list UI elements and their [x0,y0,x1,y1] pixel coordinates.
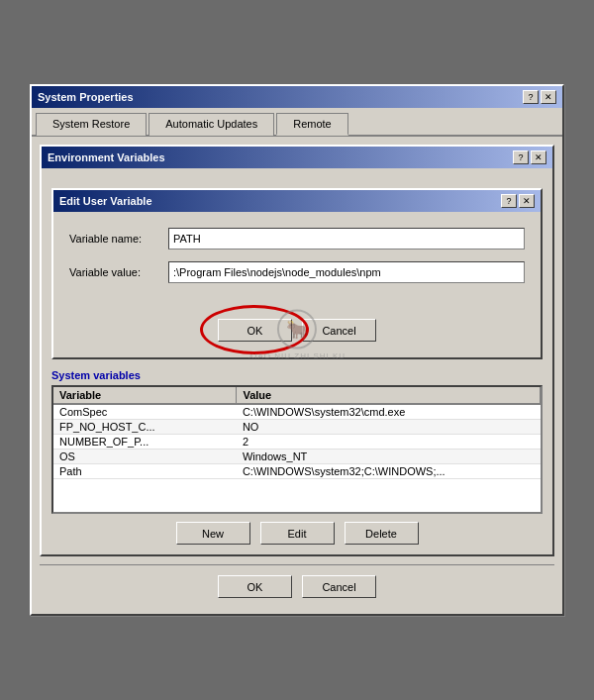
table-header-row: Variable Value [53,387,541,404]
var-name-cell: ComSpec [53,404,237,420]
env-close-button[interactable]: ✕ [531,150,546,164]
var-name-cell: NUMBER_OF_P... [53,435,237,450]
bottom-cancel-button[interactable]: Cancel [302,575,376,598]
variable-name-row: Variable name: [69,228,525,250]
system-variables-table: Variable Value ComSpecC:\WINDOWS\system3… [53,387,541,479]
edit-help-button[interactable]: ? [501,194,517,208]
var-value-cell: 2 [237,435,541,450]
bottom-ok-button[interactable]: OK [218,575,292,598]
table-row[interactable]: PathC:\WINDOWS\system32;C:\WINDOWS;... [53,464,541,479]
table-row[interactable]: NUMBER_OF_P...2 [53,435,541,450]
edit-dialog-buttons: 🐂 XIAO NIU ZHI SHI KU OK Cancel [53,311,541,357]
edit-close-button[interactable]: ✕ [519,194,535,208]
system-variables-table-container[interactable]: Variable Value ComSpecC:\WINDOWS\system3… [51,385,543,514]
var-name-cell: FP_NO_HOST_C... [53,420,237,435]
env-help-button[interactable]: ? [513,150,529,164]
help-button[interactable]: ? [523,90,539,104]
edit-dialog-title: Edit User Variable [59,195,152,207]
sys-edit-button[interactable]: Edit [260,522,335,545]
edit-ok-button[interactable]: OK [218,319,292,342]
variable-name-input[interactable] [168,228,525,250]
var-value-cell: C:\WINDOWS\system32\cmd.exe [237,404,541,420]
table-row[interactable]: ComSpecC:\WINDOWS\system32\cmd.exe [53,404,541,420]
var-value-cell: Windows_NT [237,450,541,464]
env-title-bar: Environment Variables ? ✕ [42,147,552,168]
tab-automatic-updates[interactable]: Automatic Updates [148,113,274,136]
column-value: Value [237,387,541,404]
system-properties-window: System Properties ? ✕ System Restore Aut… [30,84,564,616]
sys-new-button[interactable]: New [176,522,250,545]
edit-cancel-button[interactable]: Cancel [302,319,376,342]
env-title-buttons: ? ✕ [513,150,546,164]
table-row[interactable]: OSWindows_NT [53,450,541,464]
system-variables-label: System variables [51,369,543,381]
variable-value-label: Variable value: [69,266,168,278]
sys-delete-button[interactable]: Delete [345,522,419,545]
close-button[interactable]: ✕ [541,90,556,104]
edit-title-buttons: ? ✕ [501,194,535,208]
var-name-cell: Path [53,464,237,479]
table-row[interactable]: FP_NO_HOST_C...NO [53,420,541,435]
env-dialog-title: Environment Variables [48,151,165,163]
variable-name-label: Variable name: [69,233,168,245]
variable-value-row: Variable value: [69,261,525,283]
ok-btn-wrapper: OK [218,319,292,342]
env-content: Edit User Variable ? ✕ Variable name: [42,168,552,554]
variable-value-input[interactable] [168,261,525,283]
system-properties-title: System Properties [38,91,134,103]
edit-form: Variable name: Variable value: [53,212,541,311]
var-value-cell: C:\WINDOWS\system32;C:\WINDOWS;... [237,464,541,479]
edit-title-bar: Edit User Variable ? ✕ [53,190,541,212]
tabs-container: System Restore Automatic Updates Remote [32,108,562,137]
var-value-cell: NO [237,420,541,435]
env-variables-dialog: Environment Variables ? ✕ Edit User Vari… [40,145,554,556]
watermark-text: XIAO NIU ZHI SHI KU [248,350,346,359]
system-variables-section: System variables Variable Value ComSpecC… [51,369,543,545]
tab-system-restore[interactable]: System Restore [36,113,147,136]
var-name-cell: OS [53,450,237,464]
column-variable: Variable [53,387,237,404]
window-content: Environment Variables ? ✕ Edit User Vari… [32,137,562,614]
edit-user-variable-dialog: Edit User Variable ? ✕ Variable name: [51,188,543,359]
title-bar-buttons: ? ✕ [523,90,556,104]
system-properties-title-bar: System Properties ? ✕ [32,86,562,108]
system-variables-buttons: New Edit Delete [51,522,543,545]
bottom-buttons: OK Cancel [40,564,554,606]
tab-remote[interactable]: Remote [276,113,348,136]
